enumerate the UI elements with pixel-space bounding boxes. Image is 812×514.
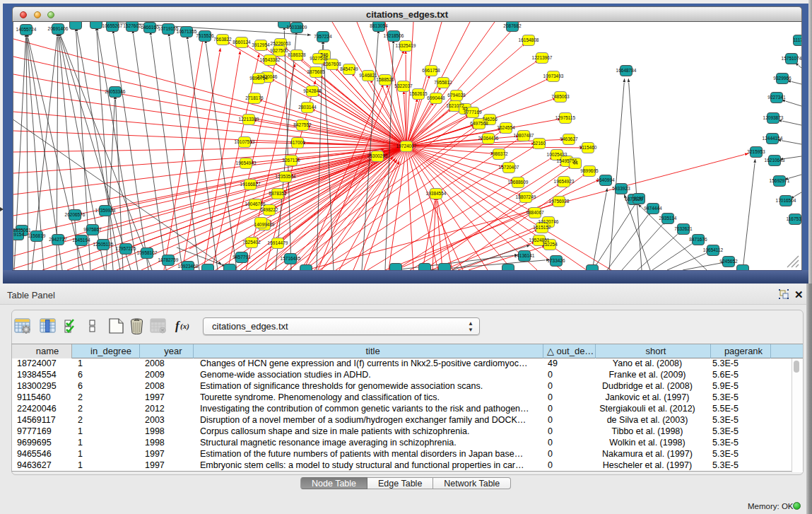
svg-text:1615152: 1615152 [533, 225, 551, 230]
svg-text:9457791: 9457791 [233, 255, 251, 259]
svg-text:3624554: 3624554 [497, 125, 515, 130]
svg-text:9975867: 9975867 [83, 227, 102, 232]
svg-text:3267130: 3267130 [282, 158, 300, 163]
svg-text:2087682: 2087682 [503, 23, 522, 28]
svg-text:9197: 9197 [634, 196, 645, 201]
svg-text:3215953: 3215953 [747, 149, 765, 154]
svg-text:16154808: 16154808 [519, 37, 539, 42]
svg-text:14055724: 14055724 [16, 27, 37, 32]
svg-text:12505135: 12505135 [93, 242, 114, 247]
svg-text:10807487: 10807487 [514, 133, 534, 138]
svg-text:2935114: 2935114 [659, 216, 677, 221]
svg-text:9115460: 9115460 [579, 145, 597, 150]
svg-text:16914479: 16914479 [268, 240, 288, 245]
svg-text:417006: 417006 [290, 140, 305, 145]
svg-text:10671355: 10671355 [177, 29, 197, 34]
svg-text:12353594: 12353594 [276, 174, 296, 179]
svg-text:17359928: 17359928 [95, 208, 116, 213]
svg-text:8471676: 8471676 [689, 237, 707, 242]
svg-text:25300293: 25300293 [367, 153, 388, 158]
svg-text:5933923: 5933923 [612, 186, 630, 191]
svg-text:1640994: 1640994 [596, 177, 615, 182]
svg-text:17016504: 17016504 [776, 198, 796, 203]
svg-text:6794028: 6794028 [447, 93, 466, 98]
svg-text:12444154: 12444154 [763, 136, 783, 141]
svg-text:9242848: 9242848 [303, 88, 322, 93]
svg-text:2803144: 2803144 [298, 105, 317, 110]
svg-text:19384554: 19384554 [426, 191, 447, 196]
svg-text:6498222: 6498222 [260, 207, 278, 212]
svg-text:(x): (x) [180, 322, 189, 331]
svg-text:10719155: 10719155 [158, 26, 179, 31]
svg-text:14099489: 14099489 [254, 222, 275, 227]
svg-text:10688609: 10688609 [508, 180, 529, 185]
svg-text:19756928: 19756928 [549, 199, 570, 204]
svg-text:10654112: 10654112 [703, 247, 724, 252]
svg-text:16210643: 16210643 [765, 158, 785, 163]
svg-text:9896764: 9896764 [249, 76, 268, 81]
svg-text:7515526: 7515526 [196, 33, 214, 38]
svg-text:10025433: 10025433 [547, 152, 567, 157]
svg-text:1167533: 1167533 [787, 216, 801, 221]
svg-text:9245652: 9245652 [719, 259, 738, 264]
svg-text:8660124: 8660124 [233, 40, 251, 45]
svg-text:20691406: 20691406 [48, 26, 69, 31]
svg-text:19654943: 19654943 [236, 160, 257, 165]
svg-text:9463627: 9463627 [560, 136, 578, 141]
svg-text:12975115: 12975115 [555, 115, 576, 120]
svg-text:12213967: 12213967 [532, 55, 553, 60]
svg-text:10046766: 10046766 [245, 201, 266, 206]
svg-text:19724007: 19724007 [396, 144, 417, 148]
svg-text:7625402: 7625402 [242, 240, 261, 245]
svg-text:18807249: 18807249 [516, 194, 536, 199]
svg-text:1527602: 1527602 [123, 23, 141, 28]
svg-text:39154: 39154 [13, 232, 24, 237]
svg-text:1156819: 1156819 [28, 233, 46, 238]
svg-text:15716485: 15716485 [281, 256, 301, 261]
svg-text:10120746: 10120746 [539, 219, 559, 224]
svg-text:19654923: 19654923 [554, 179, 575, 184]
svg-text:6961758: 6961758 [422, 68, 440, 73]
svg-text:20053346: 20053346 [105, 89, 126, 94]
svg-text:1545194: 1545194 [72, 238, 90, 243]
svg-text:26206576: 26206576 [65, 212, 86, 217]
svg-text:10655267: 10655267 [102, 23, 123, 28]
svg-text:9327500: 9327500 [270, 48, 288, 53]
svg-text:10107553: 10107553 [235, 139, 255, 144]
svg-text:7663822: 7663822 [213, 37, 232, 42]
svg-text:9474444: 9474444 [644, 206, 662, 211]
svg-text:10958107: 10958107 [137, 250, 158, 255]
svg-text:10923468: 10923468 [178, 264, 199, 269]
svg-text:2367608: 2367608 [323, 62, 341, 66]
svg-text:7632621: 7632621 [674, 226, 693, 231]
svg-text:8427552: 8427552 [293, 122, 312, 127]
svg-text:19218506: 19218506 [384, 33, 404, 38]
svg-text:19166827: 19166827 [240, 182, 261, 187]
svg-text:44: 44 [572, 160, 578, 165]
svg-text:6990448: 6990448 [427, 95, 445, 100]
svg-text:25226053: 25226053 [271, 41, 291, 46]
svg-text:9777169: 9777169 [464, 110, 482, 115]
svg-text:10973493: 10973493 [543, 74, 564, 78]
svg-text:6466160: 6466160 [141, 25, 159, 30]
svg-text:5322037: 5322037 [394, 83, 413, 88]
svg-text:7485063: 7485063 [551, 94, 570, 99]
svg-text:1733426: 1733426 [547, 258, 565, 263]
svg-text:7357224: 7357224 [314, 34, 332, 39]
svg-text:8454749: 8454749 [340, 66, 358, 71]
svg-text:16033809: 16033809 [287, 25, 307, 30]
svg-text:12093873: 12093873 [763, 115, 784, 120]
svg-text:8186328: 8186328 [288, 52, 306, 57]
svg-text:17957225: 17957225 [116, 246, 136, 251]
svg-text:14136141: 14136141 [514, 253, 535, 258]
svg-text:1562615: 1562615 [409, 91, 428, 96]
svg-text:7955812: 7955812 [434, 80, 452, 85]
svg-text:3875685: 3875685 [307, 69, 325, 74]
svg-text:9146821: 9146821 [359, 73, 377, 78]
svg-text:9227341: 9227341 [767, 95, 786, 100]
svg-text:6497568: 6497568 [470, 121, 488, 126]
svg-text:2942737: 2942737 [49, 237, 67, 242]
svg-text:2718176: 2718176 [245, 95, 264, 100]
svg-text:8813054: 8813054 [370, 23, 388, 28]
svg-text:1588520: 1588520 [376, 77, 394, 82]
